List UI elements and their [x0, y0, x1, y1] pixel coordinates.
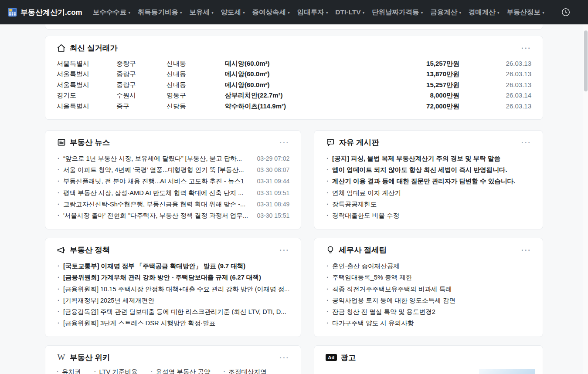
scrollbar-thumb[interactable]	[584, 30, 588, 91]
tip-item[interactable]: · 혼인·출산 증여재산공제	[326, 260, 531, 272]
nav-item-label: 증여상속세	[252, 8, 286, 17]
news-item-time: 03-30 08:07	[257, 164, 290, 175]
chevron-down-icon: ▾	[363, 10, 365, 15]
clock-icon[interactable]	[560, 7, 571, 18]
news-item[interactable]: · 평택 부동산 시장, 삼성·AMD AI 반도체 협력 확대에 신축 단지 …	[57, 187, 289, 199]
bullet-icon: ·	[326, 153, 329, 164]
nav-item[interactable]: 단위날짜가격등 ▾	[372, 8, 423, 17]
transaction-row[interactable]: 서울특별시 중랑구 신내동 데시앙(60.0m²) 15,257만원 26.03…	[57, 80, 531, 90]
bullet-icon: ·	[58, 272, 60, 283]
tx-apartment-name: 데시앙(60.0m²)	[225, 80, 377, 90]
nav-item[interactable]: DTI·LTV ▾	[335, 8, 364, 16]
wiki-item-label: 윤석열 부동산 공약	[156, 368, 211, 374]
lightbulb-icon	[326, 246, 335, 255]
card-header: 자유 게시판 ···	[326, 137, 531, 148]
card-title-tax-tips: 세무사 절세팁	[339, 245, 387, 255]
more-button[interactable]: ···	[279, 246, 289, 254]
tx-date: 26.03.13	[459, 80, 531, 90]
tx-dong: 영통구	[167, 90, 225, 101]
ad-banner[interactable]	[326, 368, 531, 374]
policy-item[interactable]: · [기획재정부] 2025년 세제개편안	[57, 295, 289, 306]
tip-item[interactable]: · 잔금 청산 전 멸실 특약 및 용도변경2	[326, 306, 531, 317]
nav-item[interactable]: 증여상속세 ▾	[252, 8, 290, 17]
nav-item[interactable]: 취득등기비용 ▾	[138, 8, 182, 17]
policy-item-title: [금융위원회] 3단계 스트레스 DSR 시행방안 확정·발표	[63, 317, 289, 329]
transaction-row[interactable]: 서울특별시 중랑구 신내동 데시앙(60.0m²) 13,870만원 26.03…	[57, 69, 531, 79]
transactions-table: 서울특별시 중랑구 신내동 데시앙(60.0m²) 15,257만원 26.03…	[57, 58, 531, 111]
news-item[interactable]: · '서울시장 출마' 전현희 "다주택자, 부동산 정책 결정 과정서 업무.…	[57, 210, 289, 221]
nav-item-label: 양도세	[221, 8, 241, 17]
card-header: W 부동산 위키 ···	[57, 352, 289, 363]
board-item[interactable]: · 장특공공제한도	[326, 199, 531, 210]
transaction-row[interactable]: 경기도 수원시 영통구 삼부리치안(22.7m²) 8,000만원 26.03.…	[57, 90, 531, 101]
card-title-transactions: 최신 실거래가	[70, 43, 118, 53]
nav-item-label: 임대투자	[297, 8, 324, 17]
tx-apartment-name: 데시앙(60.0m²)	[225, 69, 377, 79]
news-item-title: 코람코자산신탁-Sh수협은행, 부동산금융 협력 확대 위해 맞손 -...	[63, 199, 252, 210]
more-button[interactable]: ···	[521, 246, 531, 254]
policy-item[interactable]: · [국토교통부] 이재명 정부 「주택공급 확대방안」 발표 (9.7 대책)	[57, 260, 289, 272]
brand-logo[interactable]: 부동산계산기.com	[8, 7, 82, 17]
card-title-policy: 부동산 정책	[70, 245, 110, 255]
more-button[interactable]: ···	[279, 139, 289, 146]
nav-item[interactable]: 보수수수료 ▾	[93, 8, 131, 17]
bullet-icon: ·	[58, 306, 60, 317]
policy-item[interactable]: · [금융위원회] 10.15 주택시장 안정화 대책+대출 수요 관리 강화 …	[57, 283, 289, 295]
nav-item[interactable]: 금융계산 ▾	[430, 8, 461, 17]
nav-item[interactable]: 경매계산 ▾	[469, 8, 500, 17]
transaction-row[interactable]: 서울특별시 중구 신당동 약수하이츠(114.9m²) 72,000만원 26.…	[57, 101, 531, 111]
card-header: 부동산 정책 ···	[57, 245, 289, 255]
policy-item-title: [국토교통부] 이재명 정부 「주택공급 확대방안」 발표 (9.7 대책)	[63, 260, 289, 272]
card-header: Ad 광고	[326, 352, 531, 363]
board-list: · [공지] 피싱, 불법 복제 부동산계산기 주의 경보 및 부탁 말씀 · …	[326, 153, 531, 221]
tip-item[interactable]: · 최종 직전거주주택보유주택의 비과세 특례	[326, 283, 531, 295]
board-item[interactable]: · 앱이 업데이트 되지 않아도 항상 최신 세법이 즉시 반영됩니다.	[326, 164, 531, 175]
wiki-item[interactable]: · 조정대상지역	[223, 368, 266, 374]
scrollbar[interactable]	[583, 24, 588, 374]
tip-item[interactable]: · 주택임대등록_5% 증액 제한	[326, 272, 531, 283]
tips-list: · 혼인·출산 증여재산공제 · 주택임대등록_5% 증액 제한 · 최종 직전…	[326, 260, 531, 329]
bullet-icon: ·	[326, 283, 329, 295]
more-button[interactable]: ···	[521, 139, 531, 146]
nav-item[interactable]: 보유세 ▾	[189, 8, 214, 17]
wiki-item[interactable]: · 유치권	[57, 368, 81, 374]
more-button[interactable]: ···	[521, 44, 531, 52]
board-item-title: 앱이 업데이트 되지 않아도 항상 최신 세법이 즉시 반영됩니다.	[332, 164, 531, 175]
policy-item-title: [금융감독원] 주택 관련 담보대출 등에 대한 리스크관리기준 (최신 LTV…	[63, 306, 289, 317]
bullet-icon: ·	[326, 295, 329, 306]
nav-item[interactable]: 임대투자 ▾	[297, 8, 328, 17]
tx-date: 26.03.13	[459, 69, 531, 79]
wiki-item[interactable]: · 윤석열 부동산 공약	[151, 368, 211, 374]
megaphone-icon	[57, 246, 66, 255]
chevron-down-icon: ▾	[180, 10, 182, 15]
board-item[interactable]: · [공지] 피싱, 불법 복제 부동산계산기 주의 경보 및 부탁 말씀	[326, 153, 531, 164]
tip-item[interactable]: · 공익사업용 토지 등에 대한 양도소득세 감면	[326, 295, 531, 306]
tip-item[interactable]: · 다가구주택 양도 시 유의사항	[326, 317, 531, 329]
card-news: 부동산 뉴스 ··· · “앞으로 1년 부동산 시장, 보유세에 달렸다” […	[45, 130, 301, 229]
bullet-icon: ·	[58, 164, 60, 175]
nav-item-label: 보수수수료	[93, 8, 127, 17]
news-item[interactable]: · “앞으로 1년 부동산 시장, 보유세에 달렸다” [부동산, 묻고 답하.…	[57, 153, 289, 164]
board-item-title: 계산기 이용 결과 등에 대한 질문만 관리자가 답변할 수 있습니다.	[332, 175, 531, 187]
policy-item[interactable]: · [금융감독원] 주택 관련 담보대출 등에 대한 리스크관리기준 (최신 L…	[57, 306, 289, 317]
board-item[interactable]: · 연체 임대료 이자 계산기	[326, 187, 531, 199]
transaction-row[interactable]: 서울특별시 중랑구 신내동 데시앙(60.0m²) 15,257만원 26.03…	[57, 58, 531, 69]
board-item[interactable]: · 계산기 이용 결과 등에 대한 질문만 관리자가 답변할 수 있습니다.	[326, 175, 531, 187]
policy-item[interactable]: · [금융위원회] 3단계 스트레스 DSR 시행방안 확정·발표	[57, 317, 289, 329]
tx-region: 서울특별시	[57, 101, 116, 111]
news-item[interactable]: · 코람코자산신탁-Sh수협은행, 부동산금융 협력 확대 위해 맞손 -...…	[57, 199, 289, 210]
news-item[interactable]: · 부동산플래닛, 전 분야 채용 진행...AI 서비스 고도화 추진 - 뉴…	[57, 175, 289, 187]
wiki-item-label: LTV 기준비율	[99, 368, 138, 374]
policy-item[interactable]: · [금융위원회] 가계부채 관리 강화 방안 - 주택담보대출 규제 (6.2…	[57, 272, 289, 283]
news-item-title: '서울시장 출마' 전현희 "다주택자, 부동산 정책 결정 과정서 업무...	[63, 210, 252, 221]
bullet-icon: ·	[58, 153, 60, 164]
board-item[interactable]: · 경락대출한도 비율 수정	[326, 210, 531, 221]
nav-item[interactable]: 부동산정보 ▾	[506, 8, 544, 17]
news-item[interactable]: · 서울 아파트 청약, 4년째 ‘국평’ 열풍...대형평형 인기 뚝 [부동…	[57, 164, 289, 175]
chevron-down-icon: ▾	[243, 10, 245, 15]
bullet-icon: ·	[58, 295, 60, 306]
wiki-item[interactable]: · LTV 기준비율	[94, 368, 138, 374]
nav-item[interactable]: 양도세 ▾	[221, 8, 245, 17]
more-button[interactable]: ···	[279, 354, 289, 361]
tx-region: 경기도	[57, 90, 116, 101]
